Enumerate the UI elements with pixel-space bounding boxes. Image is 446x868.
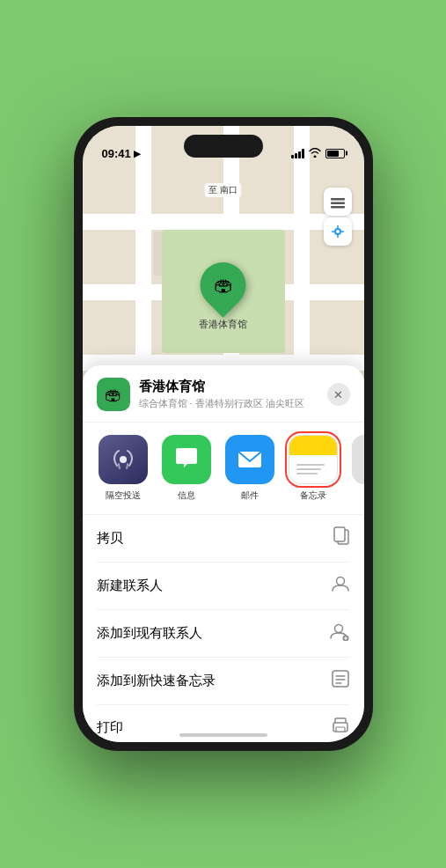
share-item-airdrop[interactable]: 隔空投送 [97,435,150,502]
action-new-contact[interactable]: 新建联系人 [97,563,350,610]
print-label: 打印 [97,719,123,736]
airdrop-label: 隔空投送 [106,489,141,502]
print-icon [331,717,350,739]
svg-point-8 [120,456,127,463]
venue-info: 香港体育馆 综合体育馆 · 香港特别行政区 油尖旺区 [139,379,327,410]
dynamic-island [184,135,263,158]
pin-label: 香港体育馆 [199,318,247,331]
close-button[interactable]: ✕ [327,383,350,406]
action-add-notes[interactable]: 添加到新快速备忘录 [97,658,350,705]
bottom-sheet: 🏟 香港体育馆 综合体育馆 · 香港特别行政区 油尖旺区 ✕ [83,365,364,742]
svg-rect-0 [331,198,345,201]
copy-icon [333,526,350,550]
add-notes-label: 添加到新快速备忘录 [97,673,216,689]
svg-rect-2 [331,206,345,209]
share-item-more[interactable]: 提 [350,435,364,502]
location-arrow-icon: ▶ [134,149,141,158]
svg-point-3 [335,229,340,234]
map-label: 至 南口 [204,183,242,197]
add-notes-icon [331,669,350,693]
wifi-icon [309,148,321,159]
svg-rect-17 [333,671,348,687]
messages-label: 信息 [178,489,195,502]
svg-rect-1 [331,202,345,205]
status-time: 09:41 ▶ [102,147,141,160]
svg-point-13 [334,625,342,633]
new-contact-icon [331,574,350,598]
notes-label: 备忘录 [300,489,326,502]
svg-rect-11 [334,527,345,541]
notes-icon [289,435,338,484]
action-list: 拷贝 新建联系人 [83,515,364,742]
share-item-messages[interactable]: 信息 [160,435,213,502]
signal-icon [291,149,304,158]
airdrop-icon [99,435,148,484]
messages-icon [162,435,211,484]
time-display: 09:41 [102,147,131,160]
venue-subtitle: 综合体育馆 · 香港特别行政区 油尖旺区 [139,397,327,410]
new-contact-label: 新建联系人 [97,577,163,594]
share-item-notes[interactable]: 备忘录 [287,435,340,502]
venue-icon: 🏟 [97,378,130,411]
mail-label: 邮件 [241,489,259,502]
svg-point-12 [336,577,344,585]
more-icon [352,435,364,484]
location-button[interactable] [324,217,352,246]
add-existing-icon [329,622,350,645]
location-pin: 🏟 香港体育馆 [199,262,247,331]
venue-name: 香港体育馆 [139,379,327,395]
add-existing-label: 添加到现有联系人 [97,625,202,642]
action-add-existing[interactable]: 添加到现有联系人 [97,610,350,658]
share-row: 隔空投送 信息 [83,423,364,515]
svg-rect-22 [336,727,345,732]
status-icons [291,148,345,159]
home-indicator [179,733,267,737]
map-layers-button[interactable] [324,188,352,216]
action-copy[interactable]: 拷贝 [97,515,350,563]
phone-screen: 09:41 ▶ [83,126,364,742]
share-item-mail[interactable]: 邮件 [223,435,276,502]
venue-header: 🏟 香港体育馆 综合体育馆 · 香港特别行政区 油尖旺区 ✕ [83,365,364,423]
copy-label: 拷贝 [97,530,123,547]
mail-icon [225,435,274,484]
phone-frame: 09:41 ▶ [74,117,373,751]
battery-icon [325,149,345,158]
map-controls [324,188,352,246]
